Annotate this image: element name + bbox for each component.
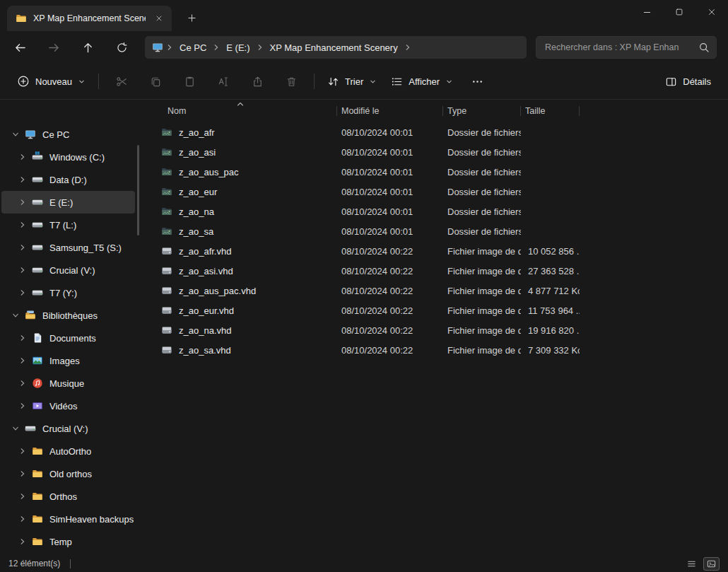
column-header-label: Taille xyxy=(525,106,546,116)
chevron-right-icon[interactable] xyxy=(17,448,28,455)
delete-button[interactable] xyxy=(277,69,305,94)
address-bar[interactable]: Ce PCE (E:)XP Map Enhancement Scenery xyxy=(145,36,527,59)
chevron-right-icon[interactable] xyxy=(257,44,264,51)
sidebar-item-label: Windows (C:) xyxy=(49,152,105,163)
sidebar-item-crucial-v[interactable]: Crucial (V:) xyxy=(1,259,135,281)
file-row-z-ao-na[interactable]: z_ao_na08/10/2024 00:01Dossier de fichie… xyxy=(143,202,728,221)
breadcrumb-item-xp-map-enhancement-scenery[interactable]: XP Map Enhancement Scenery xyxy=(264,42,404,53)
sidebar-item-old-orthos[interactable]: Old orthos xyxy=(1,462,135,485)
chevron-down-icon[interactable] xyxy=(10,312,20,319)
search-input[interactable] xyxy=(545,42,698,52)
view-toggles xyxy=(683,557,720,571)
thumbnail-view-button[interactable] xyxy=(703,557,720,571)
search-icon[interactable] xyxy=(698,42,710,53)
chevron-right-icon[interactable] xyxy=(17,380,28,387)
file-modified: 08/10/2024 00:01 xyxy=(337,206,443,217)
chevron-right-icon[interactable] xyxy=(17,470,28,477)
file-row-z-ao-na-vhd[interactable]: z_ao_na.vhd08/10/2024 00:22Fichier image… xyxy=(143,320,728,340)
sidebar-item-temp[interactable]: Temp xyxy=(1,530,135,553)
column-header-modifi-le[interactable]: Modifié le xyxy=(337,103,443,119)
chevron-right-icon[interactable] xyxy=(17,493,28,500)
new-button[interactable]: Nouveau xyxy=(10,70,93,93)
sidebar-item-crucial-v[interactable]: Crucial (V:) xyxy=(1,417,135,440)
chevron-down-icon xyxy=(445,78,453,86)
sidebar-item-biblioth-ques[interactable]: Bibliothèques xyxy=(1,304,135,327)
file-row-z-ao-sa-vhd[interactable]: z_ao_sa.vhd08/10/2024 00:22Fichier image… xyxy=(143,340,728,360)
paste-button[interactable] xyxy=(175,69,204,94)
share-button[interactable] xyxy=(243,69,271,94)
chevron-right-icon[interactable] xyxy=(17,153,28,160)
up-button[interactable] xyxy=(76,36,100,59)
cut-button[interactable] xyxy=(107,69,136,94)
sidebar-item-ce-pc[interactable]: Ce PC xyxy=(1,123,135,146)
close-button[interactable] xyxy=(695,0,728,24)
chevron-right-icon[interactable] xyxy=(17,221,28,228)
sidebar-item-musique[interactable]: Musique xyxy=(1,372,135,395)
back-button[interactable] xyxy=(8,36,32,59)
file-name: z_ao_na.vhd xyxy=(179,325,231,336)
file-row-z-ao-afr-vhd[interactable]: z_ao_afr.vhd08/10/2024 00:22Fichier imag… xyxy=(143,241,728,261)
column-header-taille[interactable]: Taille xyxy=(521,103,580,119)
scenery-folder-icon xyxy=(161,206,172,217)
sidebar-item-data-d[interactable]: Data (D:) xyxy=(1,168,135,191)
sidebar-item-t7-y[interactable]: T7 (Y:) xyxy=(1,281,135,304)
sidebar-scrollbar[interactable] xyxy=(137,145,139,235)
details-button[interactable]: Détails xyxy=(658,71,718,93)
sidebar-item-images[interactable]: Images xyxy=(1,349,135,372)
column-header-type[interactable]: Type xyxy=(443,103,521,119)
details-view-button[interactable] xyxy=(683,557,700,571)
status-bar: 12 élément(s) xyxy=(0,555,728,572)
chevron-right-icon[interactable] xyxy=(17,402,28,409)
chevron-right-icon[interactable] xyxy=(17,244,28,251)
chevron-right-icon[interactable] xyxy=(17,176,28,183)
new-tab-button[interactable] xyxy=(182,9,201,27)
sidebar-item-vid-os[interactable]: Vidéos xyxy=(1,395,135,417)
sidebar-item-documents[interactable]: Documents xyxy=(1,327,135,349)
maximize-button[interactable] xyxy=(663,0,695,24)
view-button[interactable]: Afficher xyxy=(384,71,460,93)
chevron-right-icon[interactable] xyxy=(17,515,28,523)
chevron-right-icon[interactable] xyxy=(404,44,411,51)
explorer-tab[interactable]: XP Map Enhancement Scenery xyxy=(7,6,172,31)
sidebar-item-t7-l[interactable]: T7 (L:) xyxy=(1,214,135,236)
chevron-down-icon[interactable] xyxy=(10,425,20,432)
search-box[interactable] xyxy=(536,36,717,59)
file-row-z-ao-aus-pac-vhd[interactable]: z_ao_aus_pac.vhd08/10/2024 00:22Fichier … xyxy=(143,281,728,300)
copy-button[interactable] xyxy=(141,69,170,94)
sort-button[interactable]: Trier xyxy=(320,71,384,93)
chevron-right-icon[interactable] xyxy=(213,44,220,51)
column-headers: NomModifié leTypeTaille xyxy=(143,103,728,119)
chevron-right-icon[interactable] xyxy=(166,44,173,51)
breadcrumb-item-ce-pc[interactable]: Ce PC xyxy=(174,42,212,53)
file-row-z-ao-asi[interactable]: z_ao_asi08/10/2024 00:01Dossier de fichi… xyxy=(143,142,728,162)
tab-close-icon[interactable] xyxy=(152,11,166,25)
sidebar-item-windows-c[interactable]: Windows (C:) xyxy=(1,146,135,168)
file-modified: 08/10/2024 00:01 xyxy=(337,187,443,197)
column-header-nom[interactable]: Nom xyxy=(143,103,337,119)
chevron-down-icon[interactable] xyxy=(10,131,20,138)
file-row-z-ao-aus-pac[interactable]: z_ao_aus_pac08/10/2024 00:01Dossier de f… xyxy=(143,162,728,182)
sidebar-item-orthos[interactable]: Orthos xyxy=(1,485,135,508)
file-row-z-ao-asi-vhd[interactable]: z_ao_asi.vhd08/10/2024 00:22Fichier imag… xyxy=(143,261,728,281)
sidebar-item-simheaven-backups[interactable]: SimHeaven backups xyxy=(1,508,135,530)
rename-button[interactable] xyxy=(209,69,237,94)
chevron-right-icon[interactable] xyxy=(17,289,28,296)
file-type: Dossier de fichiers xyxy=(443,127,521,138)
more-options-button[interactable] xyxy=(463,69,491,94)
file-row-z-ao-afr[interactable]: z_ao_afr08/10/2024 00:01Dossier de fichi… xyxy=(143,122,728,142)
sidebar-item-e-e[interactable]: E (E:) xyxy=(1,191,135,214)
refresh-button[interactable] xyxy=(110,36,134,59)
chevron-right-icon[interactable] xyxy=(17,538,28,545)
file-row-z-ao-sa[interactable]: z_ao_sa08/10/2024 00:01Dossier de fichie… xyxy=(143,221,728,241)
file-row-z-ao-eur[interactable]: z_ao_eur08/10/2024 00:01Dossier de fichi… xyxy=(143,182,728,202)
chevron-right-icon[interactable] xyxy=(17,334,28,342)
chevron-right-icon[interactable] xyxy=(17,357,28,364)
file-row-z-ao-eur-vhd[interactable]: z_ao_eur.vhd08/10/2024 00:22Fichier imag… xyxy=(143,300,728,320)
sidebar-item-samsung-t5-s[interactable]: Samsung_T5 (S:) xyxy=(1,236,135,259)
sidebar-item-autoortho[interactable]: AutoOrtho xyxy=(1,440,135,462)
forward-button[interactable] xyxy=(42,36,66,59)
minimize-button[interactable] xyxy=(630,0,663,24)
breadcrumb-item-e-e[interactable]: E (E:) xyxy=(221,42,255,53)
chevron-right-icon[interactable] xyxy=(17,199,28,206)
chevron-right-icon[interactable] xyxy=(17,267,28,274)
